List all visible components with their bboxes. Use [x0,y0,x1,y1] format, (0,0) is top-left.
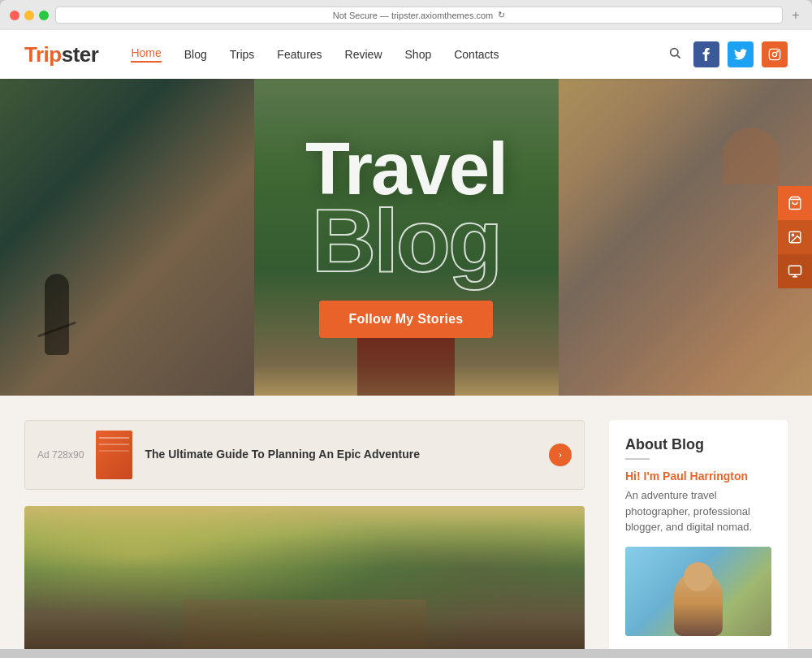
ad-label: Ad 728x90 [37,449,84,461]
about-title: About Blog [625,436,771,453]
nav-trips[interactable]: Trips [230,48,255,61]
browser-titlebar: Not Secure — tripster.axiomthemes.com ↻ … [0,6,812,30]
minimize-dot[interactable] [24,11,34,20]
instagram-button[interactable] [762,41,788,67]
logo-trip: Trip [24,42,62,67]
about-divider [625,458,650,460]
about-person-name: Hi! I'm Paul Harrington [625,470,771,483]
browser-chrome: Not Secure — tripster.axiomthemes.com ↻ … [0,0,812,30]
close-dot[interactable] [10,11,19,20]
facebook-button[interactable] [693,41,719,67]
featured-article-image[interactable] [24,506,585,649]
browser-dots [10,11,49,20]
hero-section: Travel Blog Follow My Stories [0,79,812,396]
photo-side-button[interactable] [778,220,812,254]
play-side-button[interactable] [778,254,812,288]
nav-menu: Home Blog Trips Features Review Shop Con… [131,46,664,63]
logo[interactable]: Tripster [24,42,98,67]
nav-review[interactable]: Review [345,48,382,61]
ad-arrow-button[interactable]: › [549,444,572,466]
search-button[interactable] [664,42,685,67]
ad-title: The Ultimate Guide To Planning An Epic A… [145,447,537,463]
about-blog-widget: About Blog Hi! I'm Paul Harrington An ad… [609,420,788,649]
twitter-button[interactable] [728,41,754,67]
refresh-icon[interactable]: ↻ [498,10,505,20]
svg-rect-2 [769,49,780,59]
nav-right [664,41,788,67]
new-tab-button[interactable]: + [789,9,802,22]
svg-rect-8 [789,266,801,275]
logo-ster: ster [62,42,99,67]
svg-point-0 [671,49,678,56]
about-photo [625,547,771,636]
cart-side-button[interactable] [778,186,812,220]
about-description: An adventure travel photographer, profes… [625,487,771,535]
content-right: About Blog Hi! I'm Paul Harrington An ad… [609,420,788,649]
address-text: Not Secure — tripster.axiomthemes.com [333,11,493,20]
nav-blog[interactable]: Blog [184,48,207,61]
hero-cta-button[interactable]: Follow My Stories [319,301,492,338]
maximize-dot[interactable] [39,11,49,20]
nav-shop[interactable]: Shop [405,48,432,61]
navbar: Tripster Home Blog Trips Features Review… [0,30,812,79]
ad-banner: Ad 728x90 The Ultimate Guide To Planning… [24,420,585,490]
svg-line-1 [677,55,680,58]
nav-home[interactable]: Home [131,46,161,63]
website: Tripster Home Blog Trips Features Review… [0,30,812,649]
content-left: Ad 728x90 The Ultimate Guide To Planning… [24,420,585,649]
svg-point-4 [777,51,778,52]
svg-point-7 [792,234,793,236]
address-bar[interactable]: Not Secure — tripster.axiomthemes.com ↻ [55,6,783,24]
side-buttons [778,186,812,288]
hero-title-blog: Blog [312,202,500,279]
nav-features[interactable]: Features [277,48,322,61]
svg-point-3 [772,52,776,56]
hero-content: Travel Blog Follow My Stories [0,79,812,396]
nav-contacts[interactable]: Contacts [454,48,499,61]
ad-book-image [96,431,132,479]
main-content: Ad 728x90 The Ultimate Guide To Planning… [0,396,812,649]
